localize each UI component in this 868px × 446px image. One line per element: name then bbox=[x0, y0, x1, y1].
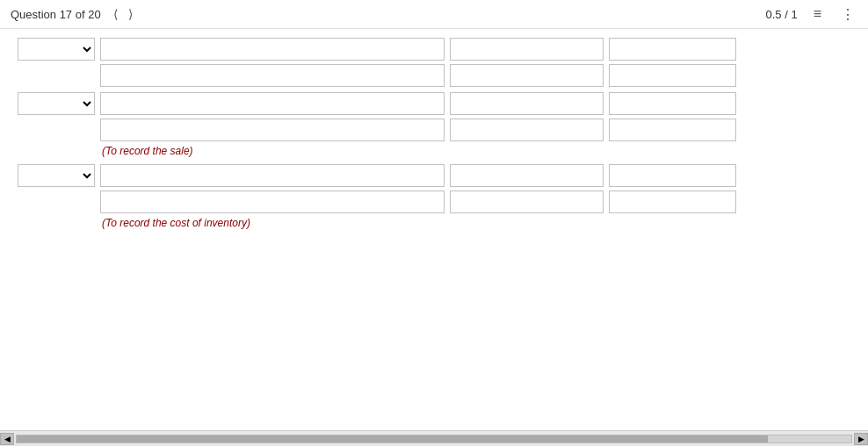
list-icon: ≡ bbox=[814, 6, 821, 22]
row3b-debit-input[interactable] bbox=[450, 191, 604, 213]
description-col bbox=[100, 38, 445, 61]
form-section-3: Option A Option B bbox=[18, 164, 850, 229]
row1-debit-input[interactable] bbox=[450, 38, 604, 61]
scroll-right-arrow[interactable]: ▶ bbox=[854, 433, 868, 445]
row2-description-input[interactable] bbox=[100, 92, 445, 115]
debit-col bbox=[450, 64, 604, 87]
credit-col bbox=[609, 38, 736, 61]
credit-col bbox=[609, 92, 736, 115]
row1-credit-input[interactable] bbox=[609, 38, 736, 61]
form-row: Option A Option B bbox=[18, 38, 850, 61]
row3-credit-input[interactable] bbox=[609, 164, 736, 187]
dropdown-col: Option A Option B bbox=[18, 38, 95, 61]
debit-col bbox=[450, 119, 604, 141]
header-right: 0.5 / 1 ≡ ⋮ bbox=[766, 4, 857, 25]
more-options-button[interactable]: ⋮ bbox=[837, 4, 857, 25]
row3-debit-input[interactable] bbox=[450, 164, 604, 187]
description-col bbox=[100, 92, 445, 115]
form-row: Option A Option B bbox=[18, 92, 850, 115]
row2b-debit-input[interactable] bbox=[450, 119, 604, 141]
description-col bbox=[100, 119, 445, 141]
description-col bbox=[100, 64, 445, 87]
credit-col bbox=[609, 64, 736, 87]
form-row bbox=[18, 64, 850, 87]
main-content: Option A Option B bbox=[0, 29, 868, 430]
row1b-credit-input[interactable] bbox=[609, 64, 736, 87]
row3-dropdown[interactable]: Option A Option B bbox=[18, 164, 95, 187]
dropdown-col: Option A Option B bbox=[18, 92, 95, 115]
row2-credit-input[interactable] bbox=[609, 92, 736, 115]
form-section-1: Option A Option B bbox=[18, 38, 850, 87]
debit-col bbox=[450, 164, 604, 187]
credit-col bbox=[609, 191, 736, 213]
debit-col bbox=[450, 92, 604, 115]
row2b-credit-input[interactable] bbox=[609, 119, 736, 141]
scroll-left-arrow[interactable]: ◀ bbox=[0, 433, 14, 445]
note-inventory: (To record the cost of inventory) bbox=[18, 217, 850, 229]
score-display: 0.5 / 1 bbox=[766, 8, 798, 21]
row1-dropdown[interactable]: Option A Option B bbox=[18, 38, 95, 61]
row2-dropdown[interactable]: Option A Option B bbox=[18, 92, 95, 115]
scroll-thumb[interactable] bbox=[17, 435, 768, 442]
prev-button[interactable]: ⟨ bbox=[108, 6, 123, 22]
more-icon: ⋮ bbox=[841, 6, 854, 23]
row1b-debit-input[interactable] bbox=[450, 64, 604, 87]
row3-description-input[interactable] bbox=[100, 164, 445, 187]
header-bar: Question 17 of 20 ⟨ ⟩ 0.5 / 1 ≡ ⋮ bbox=[0, 0, 868, 29]
row2b-description-input[interactable] bbox=[100, 119, 445, 141]
credit-col bbox=[609, 164, 736, 187]
form-row bbox=[18, 191, 850, 213]
note-sale: (To record the sale) bbox=[18, 145, 850, 157]
form-row: Option A Option B bbox=[18, 164, 850, 187]
horizontal-scrollbar[interactable]: ◀ ▶ bbox=[0, 430, 868, 446]
description-col bbox=[100, 164, 445, 187]
form-row bbox=[18, 119, 850, 141]
list-icon-button[interactable]: ≡ bbox=[810, 4, 825, 24]
row1-description-input[interactable] bbox=[100, 38, 445, 61]
description-col bbox=[100, 191, 445, 213]
row3b-description-input[interactable] bbox=[100, 191, 445, 213]
form-section-2: Option A Option B bbox=[18, 92, 850, 157]
next-button[interactable]: ⟩ bbox=[123, 6, 138, 22]
scroll-track[interactable] bbox=[16, 435, 852, 443]
row1b-description-input[interactable] bbox=[100, 64, 445, 87]
dropdown-col: Option A Option B bbox=[18, 164, 95, 187]
debit-col bbox=[450, 191, 604, 213]
row2-debit-input[interactable] bbox=[450, 92, 604, 115]
question-label: Question 17 of 20 bbox=[11, 8, 101, 21]
credit-col bbox=[609, 119, 736, 141]
row3b-credit-input[interactable] bbox=[609, 191, 736, 213]
debit-col bbox=[450, 38, 604, 61]
